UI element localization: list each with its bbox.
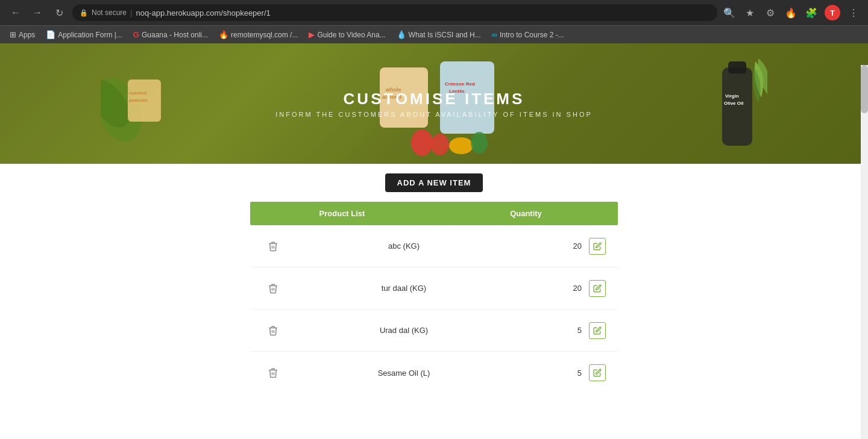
edit-button-3[interactable] <box>589 322 606 339</box>
bookmark-intro-course-label: Intro to Course 2 -... <box>500 31 564 39</box>
bookmark-iscsi[interactable]: 💧 What Is iSCSI and H... <box>392 28 486 41</box>
scrollbar-thumb[interactable] <box>861 65 868 113</box>
bookmark-star-icon[interactable]: ★ <box>743 5 757 20</box>
back-button[interactable]: ← <box>7 4 24 21</box>
bookmark-remotemysql-label: remotemysql.com /... <box>231 31 298 39</box>
apps-grid-icon: ⊞ <box>10 30 16 39</box>
avatar[interactable]: T <box>825 5 840 20</box>
edit-button-2[interactable] <box>589 280 606 297</box>
hero-text: CUSTOMISE ITEMS INFORM THE CUSTOMERS ABO… <box>275 90 593 118</box>
doc-icon: 📄 <box>46 30 55 39</box>
settings-icon[interactable]: ⚙ <box>763 5 778 20</box>
table-header: Product List Quantity <box>250 202 618 225</box>
product-name-2: tur daal (KG) <box>291 284 517 293</box>
browser-chrome: ← → ↻ 🔒 Not secure | noq-app.herokuapp.c… <box>0 0 868 43</box>
search-icon[interactable]: 🔍 <box>722 5 737 20</box>
bookmark-application-form[interactable]: 📄 Application Form |... <box>41 28 127 41</box>
bookmark-guaana[interactable]: G Guaana - Host onli... <box>128 28 213 41</box>
iscsi-icon: 💧 <box>397 30 406 39</box>
bookmark-remotemysql[interactable]: 🔥 remotemysql.com /... <box>214 28 303 41</box>
bookmark-guaana-label: Guaana - Host onli... <box>142 31 208 39</box>
quantity-value-1: 20 <box>517 241 589 251</box>
bookmark-apps[interactable]: ⊞ Apps <box>5 28 40 41</box>
nav-icons: 🔍 ★ ⚙ 🔥 🧩 T ⋮ <box>722 5 861 20</box>
bookmark-application-form-label: Application Form |... <box>58 31 122 39</box>
product-name-4: Sesame Oil (L) <box>291 369 517 378</box>
table-row: Urad dal (KG) 5 <box>250 310 618 352</box>
bookmark-apps-label: Apps <box>19 31 35 39</box>
hero-title: CUSTOMISE ITEMS <box>275 90 593 108</box>
video-icon: ▶ <box>309 30 315 39</box>
browser-nav: ← → ↻ 🔒 Not secure | noq-app.herokuapp.c… <box>0 0 868 25</box>
separator: | <box>130 8 132 17</box>
delete-button-2[interactable] <box>255 283 291 294</box>
intro-course-icon: ∞ <box>492 30 497 39</box>
product-name-1: abc (KG) <box>291 241 517 251</box>
menu-icon[interactable]: ⋮ <box>846 5 861 20</box>
quantity-header: Quantity <box>434 202 618 225</box>
bookmark-guide-video-label: Guide to Video Ana... <box>317 31 385 39</box>
quantity-value-2: 20 <box>517 284 589 293</box>
quantity-value-3: 5 <box>517 326 589 335</box>
delete-button-3[interactable] <box>255 325 291 336</box>
flame-icon[interactable]: 🔥 <box>784 5 798 20</box>
url-text: noq-app.herokuapp.com/shopkeeper/1 <box>136 8 270 17</box>
add-item-container: ADD A NEW ITEM <box>0 173 868 192</box>
address-bar[interactable]: 🔒 Not secure | noq-app.herokuapp.com/sho… <box>72 4 717 21</box>
edit-button-4[interactable] <box>589 364 606 381</box>
lock-icon: 🔒 <box>80 9 88 17</box>
reload-button[interactable]: ↻ <box>51 4 68 21</box>
edit-button-1[interactable] <box>589 238 606 255</box>
bookmark-iscsi-label: What Is iSCSI and H... <box>409 31 481 39</box>
hero-subtitle: INFORM THE CUSTOMERS ABOUT AVAILABILITY … <box>275 111 593 118</box>
guaana-icon: G <box>133 30 139 39</box>
remotemysql-icon: 🔥 <box>219 30 228 39</box>
page-content: roasted peanuts whole almond Crimson Red… <box>0 43 868 394</box>
bookmarks-bar: ⊞ Apps 📄 Application Form |... G Guaana … <box>0 25 868 43</box>
quantity-value-4: 5 <box>517 369 589 378</box>
product-name-3: Urad dal (KG) <box>291 326 517 335</box>
delete-button-1[interactable] <box>255 241 291 252</box>
add-item-button[interactable]: ADD A NEW ITEM <box>385 173 483 192</box>
delete-button-4[interactable] <box>255 367 291 378</box>
scrollbar[interactable] <box>861 65 868 394</box>
table-row: tur daal (KG) 20 <box>250 267 618 310</box>
puzzle-icon[interactable]: 🧩 <box>804 5 819 20</box>
product-table: Product List Quantity abc (KG) 20 <box>250 202 618 394</box>
product-list-header: Product List <box>250 202 434 225</box>
bookmark-intro-course[interactable]: ∞ Intro to Course 2 -... <box>487 28 569 41</box>
table-row: Sesame Oil (L) 5 <box>250 352 618 394</box>
table-row: abc (KG) 20 <box>250 225 618 267</box>
not-secure-text: Not secure <box>92 8 127 17</box>
bookmark-guide-video[interactable]: ▶ Guide to Video Ana... <box>304 28 390 41</box>
forward-button[interactable]: → <box>29 4 46 21</box>
table-body: abc (KG) 20 tur daal (KG) 20 <box>250 225 618 394</box>
hero-section: roasted peanuts whole almond Crimson Red… <box>0 43 868 164</box>
